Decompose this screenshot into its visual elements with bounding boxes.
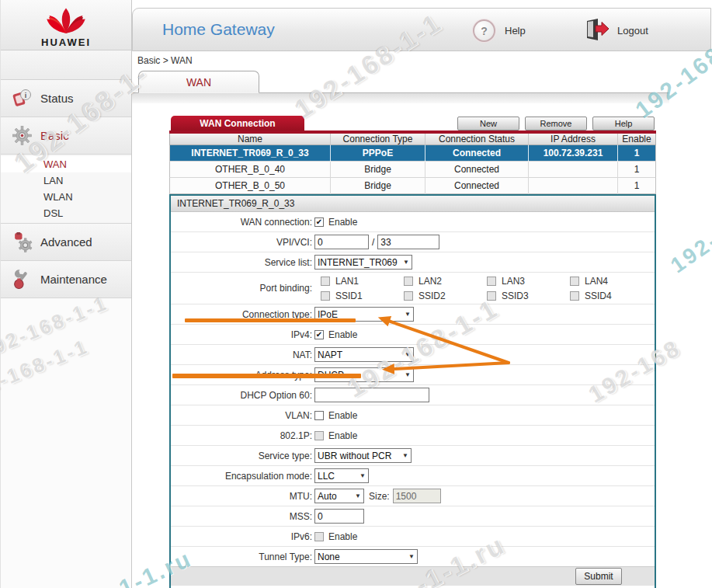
lan2-checkbox[interactable] <box>404 277 413 286</box>
encapsulation-mode-select[interactable]: LLC <box>314 468 369 483</box>
sidebar-item-advanced[interactable]: Advanced <box>1 224 131 261</box>
service-type-select[interactable]: UBR without PCR <box>314 448 412 463</box>
table-help-button[interactable]: Help <box>592 117 655 130</box>
table-row[interactable]: INTERNET_TR069_R_0_33 PPPoE Connected 10… <box>169 145 656 162</box>
mtu-size-input <box>393 489 441 503</box>
checkbox-label: SSID4 <box>583 291 612 301</box>
cell-name: INTERNET_TR069_R_0_33 <box>170 145 331 162</box>
tunnel-type-select[interactable]: None <box>314 549 418 564</box>
cell-enable: 1 <box>618 178 655 194</box>
ssid2-checkbox[interactable] <box>404 291 413 301</box>
panel-footer: Submit <box>171 566 655 586</box>
sidebar-item-label: Status <box>40 92 74 105</box>
lan3-checkbox[interactable] <box>487 277 496 286</box>
tab-strip <box>132 92 669 103</box>
table-buttons: New Remove Help <box>457 117 655 130</box>
sidebar-item-dsl[interactable]: DSL <box>1 205 131 221</box>
mss-input[interactable] <box>314 509 364 524</box>
watermark: 192- <box>666 228 712 278</box>
help-button[interactable]: ? Help <box>473 19 526 42</box>
remove-button[interactable]: Remove <box>525 117 587 130</box>
table-row[interactable]: OTHER_B_0_50 Bridge Connected 1 <box>169 178 656 194</box>
checkbox-label: LAN4 <box>583 276 608 287</box>
field-label: Encapsulation mode: <box>171 471 312 482</box>
checkbox-label: LAN2 <box>417 276 442 287</box>
col-connection-type: Connection Type <box>331 134 425 145</box>
tab-wan[interactable]: WAN <box>138 71 259 93</box>
vpi-input[interactable] <box>314 235 369 249</box>
ssid4-checkbox[interactable] <box>570 291 579 301</box>
select-value: INTERNET_TR069 <box>318 257 398 268</box>
sidebar-item-lan[interactable]: LAN <box>1 172 131 189</box>
cell-type: PPPoE <box>331 145 425 162</box>
huawei-logo-icon <box>43 3 89 36</box>
form-row-ipv6: IPv6: Enable <box>171 526 655 546</box>
new-button[interactable]: New <box>457 117 519 130</box>
page-title: Home Gateway <box>162 20 275 39</box>
form-row-8021p: 802.1P: Enable <box>171 425 655 445</box>
cell-status: Connected <box>425 145 529 162</box>
cell-name: OTHER_B_0_50 <box>170 178 331 194</box>
address-type-select[interactable]: DHCP <box>314 367 414 382</box>
form-row-mtu: MTU: Auto Size: <box>171 485 655 506</box>
logout-button[interactable]: Logout <box>583 18 648 43</box>
lan1-checkbox[interactable] <box>321 277 330 286</box>
cell-ip <box>529 178 618 194</box>
status-icon: i <box>12 88 33 109</box>
dhcp-option60-input[interactable] <box>314 388 429 402</box>
connection-type-select[interactable]: IPoE <box>314 307 414 322</box>
ssid1-checkbox[interactable] <box>321 291 330 301</box>
checkbox-label: Enable <box>327 531 357 542</box>
submit-button[interactable]: Submit <box>575 568 622 585</box>
lan4-checkbox[interactable] <box>570 277 579 286</box>
field-label: Connection type: <box>171 309 312 320</box>
field-label: VLAN: <box>171 410 312 421</box>
form-row-connection-type: Connection type: IPoE <box>171 304 655 324</box>
checkbox-label: SSID2 <box>417 291 446 301</box>
form-row-vpi-vci: VPI/VCI: / <box>171 231 655 252</box>
sidebar: HUAWEI i Status <box>0 0 132 588</box>
sidebar-item-wan[interactable]: WAN <box>1 156 131 172</box>
col-enable: Enable <box>618 134 655 145</box>
field-label: MTU: <box>171 491 312 502</box>
logout-icon <box>583 18 610 43</box>
mtu-select[interactable]: Auto <box>314 489 364 503</box>
svg-text:i: i <box>25 92 27 99</box>
sidebar-item-status[interactable]: i Status <box>1 80 131 117</box>
select-value: UBR without PCR <box>318 451 391 461</box>
vci-input[interactable] <box>377 235 439 249</box>
checkbox-label: SSID1 <box>334 291 363 301</box>
watermark: 192-168 <box>630 41 712 124</box>
maintenance-wrench-icon <box>12 269 33 290</box>
basic-gear-icon <box>12 125 33 146</box>
form-row-service-list: Service list: INTERNET_TR069 <box>171 252 655 272</box>
wan-connection-enable-checkbox[interactable] <box>314 217 324 227</box>
cell-ip <box>529 162 618 178</box>
cell-enable: 1 <box>618 162 655 178</box>
service-list-select[interactable]: INTERNET_TR069 <box>314 255 412 270</box>
vlan-enable-checkbox[interactable] <box>314 411 324 420</box>
wan-connection-section: WAN Connection New Remove Help Name Conn… <box>169 116 656 194</box>
ipv6-enable-checkbox[interactable] <box>314 532 324 541</box>
sidebar-item-wlan[interactable]: WLAN <box>1 189 131 205</box>
form-row-port-binding: Port binding: LAN1 LAN2 LAN3 LAN4 SSID1 … <box>171 272 655 304</box>
ipv4-enable-checkbox[interactable] <box>314 330 324 339</box>
sidebar-item-label: Basic <box>40 129 69 142</box>
sidebar-spacer <box>1 50 131 80</box>
nat-select[interactable]: NAPT <box>314 347 414 362</box>
help-label: Help <box>505 25 526 37</box>
field-label: IPv6: <box>171 531 312 542</box>
table-row[interactable]: OTHER_B_0_40 Bridge Connected 1 <box>169 162 656 178</box>
select-value: NAPT <box>318 350 342 360</box>
ssid3-checkbox[interactable] <box>487 291 496 301</box>
mtu-size-label: Size: <box>367 491 390 502</box>
help-icon: ? <box>473 19 495 42</box>
field-label: DHCP Option 60: <box>171 390 312 401</box>
sidebar-item-maintenance[interactable]: Maintenance <box>1 261 131 298</box>
field-label: MSS: <box>171 511 312 522</box>
col-name: Name <box>170 134 331 145</box>
8021p-enable-checkbox[interactable] <box>314 431 324 440</box>
sidebar-item-basic[interactable]: Basic <box>1 117 131 155</box>
cell-type: Bridge <box>331 178 425 194</box>
form-row-mss: MSS: <box>171 506 655 526</box>
